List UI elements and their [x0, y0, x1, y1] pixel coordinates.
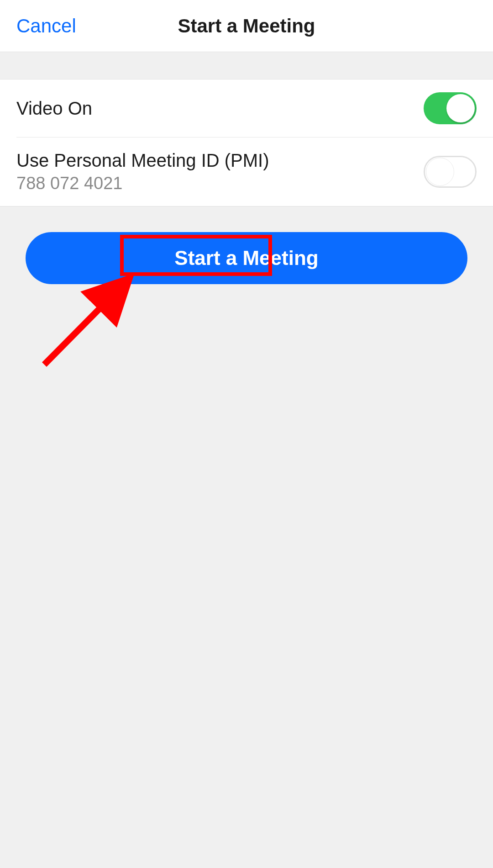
- video-on-row: Video On: [0, 79, 493, 137]
- screen: Cancel Start a Meeting Video On Use Pers…: [0, 0, 493, 868]
- pmi-toggle[interactable]: [424, 156, 477, 188]
- svg-line-1: [44, 282, 126, 365]
- annotation-arrow-icon: [39, 274, 135, 370]
- toggle-knob: [426, 158, 454, 186]
- header-bar: Cancel Start a Meeting: [0, 0, 493, 52]
- pmi-labels: Use Personal Meeting ID (PMI) 788 072 40…: [16, 150, 269, 193]
- start-meeting-button[interactable]: Start a Meeting: [26, 232, 467, 284]
- video-on-label: Video On: [16, 98, 92, 119]
- pmi-id: 788 072 4021: [16, 174, 269, 193]
- pmi-label: Use Personal Meeting ID (PMI): [16, 150, 269, 171]
- cancel-button[interactable]: Cancel: [16, 15, 76, 37]
- pmi-row: Use Personal Meeting ID (PMI) 788 072 40…: [16, 137, 493, 206]
- settings-list: Video On Use Personal Meeting ID (PMI) 7…: [0, 79, 493, 206]
- video-on-toggle[interactable]: [424, 92, 477, 124]
- toggle-knob: [446, 94, 475, 122]
- button-area: Start a Meeting: [0, 206, 493, 284]
- video-on-labels: Video On: [16, 98, 92, 119]
- start-meeting-label: Start a Meeting: [174, 247, 318, 270]
- header-spacer: [0, 52, 493, 79]
